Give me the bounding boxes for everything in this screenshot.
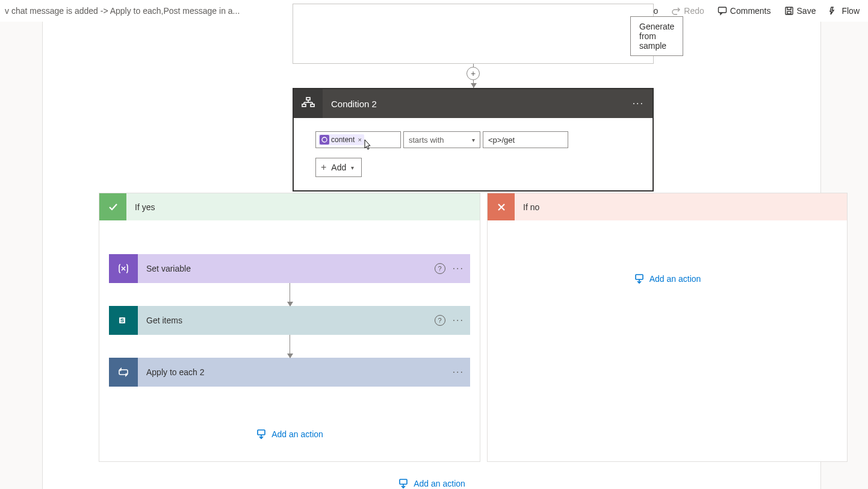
get-items-card[interactable]: S Get items ? ··· xyxy=(109,306,470,335)
flow-label: Flow xyxy=(842,6,860,16)
canvas-inner: Generate from sample + Condition 2 ··· xyxy=(42,22,821,489)
svg-text:S: S xyxy=(120,317,124,323)
svg-rect-4 xyxy=(302,104,306,107)
if-yes-title: If yes xyxy=(135,202,155,212)
redo-icon xyxy=(671,6,681,16)
condition-value-input[interactable] xyxy=(483,131,568,148)
action-more-button[interactable]: ··· xyxy=(453,315,464,326)
action-title: Set variable xyxy=(138,264,435,273)
svg-rect-0 xyxy=(718,7,726,13)
comments-icon xyxy=(718,6,727,16)
if-no-branch: If no Add an action xyxy=(487,193,848,462)
condition-card[interactable]: Condition 2 ··· content × xyxy=(293,88,654,192)
condition-body: content × starts with ▾ + Add ▾ xyxy=(294,118,653,190)
plus-icon: + xyxy=(321,162,326,173)
comments-label: Comments xyxy=(730,6,771,16)
condition-more-button[interactable]: ··· xyxy=(633,98,644,109)
chevron-down-icon: ▾ xyxy=(472,137,475,143)
arrow-down-icon xyxy=(471,83,477,88)
condition-operator-select[interactable]: starts with ▾ xyxy=(403,131,480,148)
operator-label: starts with xyxy=(409,135,444,145)
sharepoint-icon: S xyxy=(109,306,138,335)
add-step-button[interactable]: + xyxy=(467,67,480,80)
redo-label: Redo xyxy=(684,6,704,16)
token-label: content xyxy=(331,135,355,144)
connector-line xyxy=(290,335,290,358)
chevron-down-icon: ▾ xyxy=(351,164,354,171)
add-action-no-button[interactable]: Add an action xyxy=(634,273,701,284)
svg-point-6 xyxy=(322,137,327,142)
action-more-button[interactable]: ··· xyxy=(453,367,464,378)
if-yes-branch: If yes Set variable ? ··· xyxy=(99,193,480,462)
add-condition-button[interactable]: + Add ▾ xyxy=(315,158,362,177)
branch-container: If yes Set variable ? ··· xyxy=(99,193,848,462)
save-label: Save xyxy=(797,6,816,16)
if-no-body: Add an action xyxy=(488,220,847,322)
condition-icon xyxy=(294,89,323,118)
action-controls: ? ··· xyxy=(435,263,464,274)
action-title: Get items xyxy=(138,316,435,325)
add-label: Add xyxy=(331,163,346,172)
action-title: Apply to each 2 xyxy=(138,367,453,377)
cross-icon xyxy=(488,193,515,220)
token-content[interactable]: content × xyxy=(318,134,364,145)
generate-from-sample-button[interactable]: Generate from sample xyxy=(630,16,683,56)
condition-left-operand[interactable]: content × xyxy=(315,131,401,148)
action-more-button[interactable]: ··· xyxy=(453,263,464,274)
add-action-icon xyxy=(634,273,645,284)
dynamic-content-icon xyxy=(320,135,329,145)
add-action-icon xyxy=(256,429,267,440)
if-no-header[interactable]: If no xyxy=(488,193,847,220)
connector-line xyxy=(290,283,290,306)
svg-rect-2 xyxy=(787,11,791,14)
if-yes-header[interactable]: If yes xyxy=(99,193,480,220)
condition-title: Condition 2 xyxy=(323,99,633,109)
svg-rect-5 xyxy=(311,104,314,107)
arrow-down-icon xyxy=(287,302,293,307)
save-icon xyxy=(784,6,794,16)
flow-checker-button[interactable]: Flow xyxy=(825,4,863,18)
if-yes-body: Set variable ? ··· S Get items ? xyxy=(99,220,480,461)
condition-header[interactable]: Condition 2 ··· xyxy=(294,89,653,118)
action-controls: ? ··· xyxy=(435,315,464,326)
comments-button[interactable]: Comments xyxy=(714,4,775,18)
svg-rect-10 xyxy=(258,430,265,435)
canvas: Generate from sample + Condition 2 ··· xyxy=(0,22,868,489)
add-action-label: Add an action xyxy=(271,429,323,439)
svg-rect-3 xyxy=(306,98,310,100)
arrow-down-icon xyxy=(287,354,293,358)
bottom-add-container: Add an action xyxy=(43,478,820,489)
variable-icon xyxy=(109,254,138,283)
svg-rect-12 xyxy=(400,479,407,484)
add-action-bottom-button[interactable]: Add an action xyxy=(398,478,465,489)
svg-rect-11 xyxy=(636,275,643,279)
save-button[interactable]: Save xyxy=(781,4,820,18)
token-remove-button[interactable]: × xyxy=(358,136,361,143)
add-action-label: Add an action xyxy=(414,479,465,488)
help-button[interactable]: ? xyxy=(435,263,445,274)
svg-rect-1 xyxy=(786,7,793,14)
check-icon xyxy=(99,193,126,220)
action-controls: ··· xyxy=(453,367,464,378)
if-no-title: If no xyxy=(523,202,539,212)
previous-action-card: Generate from sample xyxy=(293,4,654,64)
add-action-label: Add an action xyxy=(649,274,701,284)
set-variable-card[interactable]: Set variable ? ··· xyxy=(109,254,470,283)
add-action-icon xyxy=(398,478,409,489)
add-action-yes-button[interactable]: Add an action xyxy=(256,429,323,440)
apply-to-each-card[interactable]: Apply to each 2 ··· xyxy=(109,358,470,387)
help-button[interactable]: ? xyxy=(435,315,445,326)
breadcrumb[interactable]: v chat message is added -> Apply to each… xyxy=(5,6,240,16)
loop-icon xyxy=(109,358,138,387)
flow-icon xyxy=(829,6,839,16)
condition-row: content × starts with ▾ xyxy=(315,131,631,148)
